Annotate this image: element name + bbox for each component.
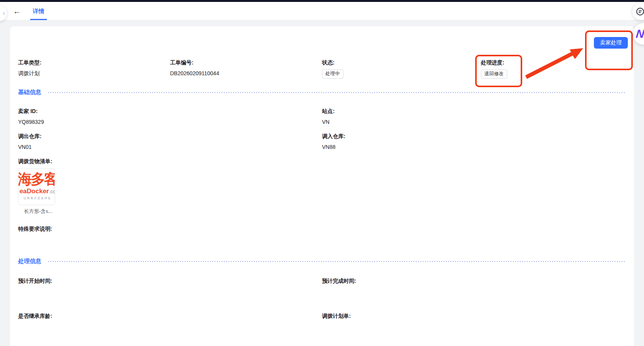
field-finish-time-value	[322, 287, 626, 296]
app-header: ‹ ← 详情	[0, 2, 644, 20]
field-from-warehouse-label: 调出仓库:	[18, 132, 322, 140]
field-seller-id: 卖家 ID: YQ898329	[18, 107, 322, 126]
field-to-warehouse-value: VN88	[322, 143, 626, 151]
logo-chinese-text: 海多客	[18, 171, 55, 187]
field-special-note: 特殊要求说明:	[18, 225, 626, 244]
field-to-warehouse-label: 调入仓库:	[322, 132, 626, 140]
field-plan-order-value	[322, 322, 626, 331]
field-seller-id-label: 卖家 ID:	[18, 107, 322, 115]
field-order-no-label: 工单编号:	[170, 59, 322, 66]
help-icon	[636, 7, 644, 16]
field-start-time-value	[18, 287, 322, 296]
logo-english-text: eaDocker.cc	[18, 187, 55, 196]
floating-brand-button[interactable]: N	[633, 23, 644, 45]
field-plan-order-label: 调拨计划单:	[322, 312, 626, 320]
sidebar-collapse-toggle[interactable]: ‹	[0, 5, 7, 21]
logo-domain-text: .cc	[49, 189, 55, 194]
back-button[interactable]: ←	[12, 7, 22, 16]
basic-info-row-2: 调出仓库: VN01 调入仓库: VN88	[18, 132, 626, 151]
arrow-left-icon: ←	[13, 7, 21, 15]
field-status-label: 状态:	[322, 59, 474, 66]
field-status: 状态: 处理中	[322, 59, 474, 79]
basic-info-section-header: 基础信息	[18, 88, 626, 96]
field-from-warehouse-value: VN01	[18, 143, 322, 151]
field-from-warehouse: 调出仓库: VN01	[18, 132, 322, 151]
field-order-type-value: 调拨计划	[18, 69, 170, 78]
workorder-detail-card: 工单类型: 调拨计划 工单编号: DB20260209110044 状态: 处理…	[10, 26, 634, 346]
progress-badge: 退回修改	[481, 69, 507, 79]
process-info-row-2: 是否继承库龄: 调拨计划单:	[18, 312, 626, 331]
process-info-row-1: 预计开始时间: 预计完成时间:	[18, 277, 626, 296]
field-order-type: 工单类型: 调拨计划	[18, 59, 170, 79]
brand-n-icon: N	[635, 27, 644, 41]
field-order-no: 工单编号: DB20260209110044	[170, 59, 322, 79]
field-inherit-age-label: 是否继承库龄:	[18, 312, 322, 320]
basic-info-title: 基础信息	[18, 88, 41, 96]
field-goods-list-label: 调拨货物清单:	[18, 157, 626, 165]
field-order-no-value: DB20260209110044	[170, 69, 322, 78]
section-dotted-divider	[48, 261, 626, 262]
basic-info-row-1: 卖家 ID: YQ898329 站点: VN	[18, 107, 626, 126]
field-site-label: 站点:	[322, 107, 626, 115]
chevron-left-icon: ‹	[3, 9, 5, 17]
field-goods-list: 调拨货物清单: 海多客 eaDocker.cc 让简单开店全球生 长方形-含s.…	[18, 157, 626, 215]
field-inherit-age: 是否继承库龄:	[18, 312, 322, 331]
process-info-title: 处理信息	[18, 257, 41, 265]
status-badge: 处理中	[322, 69, 344, 79]
field-start-time: 预计开始时间:	[18, 277, 322, 296]
field-finish-time-label: 预计完成时间:	[322, 277, 626, 285]
field-start-time-label: 预计开始时间:	[18, 277, 322, 285]
section-dotted-divider	[48, 92, 626, 93]
tab-detail[interactable]: 详情	[30, 2, 47, 20]
field-special-note-value	[18, 235, 626, 244]
tab-detail-label: 详情	[33, 8, 44, 14]
seadocker-logo: 海多客 eaDocker.cc 让简单开店全球生	[18, 169, 55, 200]
field-progress: 处理进度: 退回修改	[474, 59, 626, 79]
goods-list-image[interactable]: 海多客 eaDocker.cc 让简单开店全球生	[18, 168, 55, 205]
field-to-warehouse: 调入仓库: VN88	[322, 132, 626, 151]
logo-slogan-text: 让简单开店全球生	[18, 196, 55, 200]
seller-handle-button[interactable]: 卖家处理	[594, 37, 628, 49]
field-seller-id-value: YQ898329	[18, 118, 322, 126]
field-order-type-label: 工单类型:	[18, 59, 170, 66]
field-site-value: VN	[322, 118, 626, 126]
field-site: 站点: VN	[322, 107, 626, 126]
field-progress-label: 处理进度:	[481, 59, 626, 66]
field-special-note-label: 特殊要求说明:	[18, 225, 626, 233]
field-finish-time: 预计完成时间:	[322, 277, 626, 296]
summary-row: 工单类型: 调拨计划 工单编号: DB20260209110044 状态: 处理…	[18, 59, 626, 79]
field-plan-order: 调拨计划单:	[322, 312, 626, 331]
field-inherit-age-value	[18, 322, 322, 331]
process-info-section-header: 处理信息	[18, 257, 626, 265]
goods-list-filename: 长方形-含s...	[18, 208, 58, 215]
